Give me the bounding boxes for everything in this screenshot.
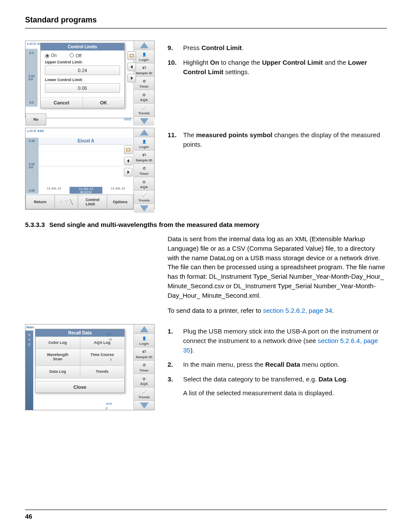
sample-icon: 🏷 — [141, 152, 148, 158]
dialog-title: Control Limits — [41, 43, 124, 50]
trends-button[interactable]: 📈Trends — [134, 191, 154, 204]
trends-button[interactable]: 📈Trends — [134, 104, 154, 117]
block-3: Main X Y Z Recall Data Color Log AQA Log… — [25, 324, 387, 410]
timer-button[interactable]: ⏱Timer — [134, 361, 154, 374]
arrow-right-icon[interactable] — [124, 168, 133, 176]
timer-icon: ⏱ — [141, 165, 148, 171]
chevron-up-icon — [140, 326, 149, 332]
side-down[interactable] — [134, 117, 154, 126]
arrow-right-icon[interactable] — [127, 74, 136, 82]
trends-icon: 📈 — [141, 192, 148, 198]
wavelength-scan-button[interactable]: Wavelength Scan — [35, 349, 80, 366]
trends-button-grid[interactable]: Trends — [80, 365, 125, 378]
close-button[interactable]: Close — [35, 381, 124, 393]
section-number: 5.3.3.3 — [25, 221, 45, 228]
usb-icon[interactable] — [127, 51, 136, 60]
side-up[interactable] — [134, 128, 154, 137]
chevron-down-icon — [140, 403, 149, 409]
text-fragment: nt — [109, 337, 112, 341]
sample-id-button[interactable]: 🏷Sample ID — [134, 347, 154, 361]
step-2: 2.In the main menu, press the Recall Dat… — [168, 360, 387, 369]
side-up[interactable] — [134, 324, 154, 334]
chevron-up-icon — [140, 129, 149, 135]
color-log-button[interactable]: Color Log — [35, 337, 80, 349]
strip-y: Y — [28, 338, 30, 342]
step-3: 3.Select the data category to be transfe… — [168, 375, 387, 398]
mid-icon-strip — [124, 145, 133, 176]
timer-button[interactable]: ⏱Timer — [134, 164, 154, 177]
x-tick-selected: 11-JUL-1209:20:52 — [70, 187, 102, 194]
options-button[interactable]: Options — [107, 195, 133, 209]
cancel-button[interactable]: Cancel — [41, 98, 83, 108]
aqa-button[interactable]: ◎AQA — [134, 177, 154, 191]
x-tick: 11-JUL-12 — [38, 187, 70, 194]
login-button[interactable]: 👤Login — [134, 334, 154, 347]
text-fragment: p — [106, 406, 108, 410]
trends-button[interactable]: 📈Trends — [134, 387, 154, 401]
screenshot-recall-data: Main X Y Z Recall Data Color Log AQA Log… — [25, 324, 155, 410]
login-button[interactable]: 👤Login — [134, 137, 154, 151]
step-1: 1.Plug the USB memory stick into the USB… — [168, 327, 387, 355]
chevron-up-icon — [140, 42, 149, 48]
step-9: 9.Press Control Limit. — [168, 43, 387, 53]
aqa-icon: ◎ — [141, 179, 148, 185]
y-tick: 0.00 — [29, 189, 35, 192]
sample-id-button[interactable]: 🏷Sample ID — [134, 151, 154, 164]
data-log-button[interactable]: Data Log — [35, 365, 80, 378]
chevron-down-icon — [140, 205, 149, 211]
login-icon: 👤 — [141, 139, 148, 145]
x-tick: 11-JUL-12 — [102, 187, 133, 194]
login-button[interactable]: 👤Login — [134, 50, 154, 63]
radio-on[interactable]: On — [45, 53, 57, 58]
text-fragment: y — [110, 357, 112, 361]
upper-limit-input[interactable]: 0.24 — [45, 66, 120, 75]
printer-ref-link[interactable]: section 5.2.6.2, page 34 — [263, 307, 332, 314]
printer-ref-pre: To send data to a printer, refer to — [168, 307, 263, 314]
usb-icon[interactable] — [124, 145, 133, 154]
lower-limit-input[interactable]: 0.06 — [45, 83, 120, 93]
chart-title: Einzel A — [38, 138, 133, 145]
text-fragment: nce — [106, 332, 112, 336]
block-1: LICO 690 0.3 0.00 Ext 0.0 Control Limits… — [25, 41, 387, 118]
aqa-log-button[interactable]: AQA Log — [80, 337, 125, 349]
step-10: 10.Highlight On to change the Upper Cont… — [168, 58, 387, 77]
aqa-icon: ◎ — [141, 91, 148, 98]
arrow-left-icon[interactable] — [124, 157, 133, 165]
section-intro: Data is sent from the internal data log … — [25, 234, 387, 315]
text-fragment: ions — [124, 117, 131, 126]
y-tick: 0.30 — [29, 139, 35, 142]
control-limit-button[interactable]: Control Limit — [78, 195, 107, 209]
y-tick: 0.00 Ext — [29, 75, 35, 81]
lower-limit-label: Lower Control Limit: — [45, 78, 120, 82]
control-limits-dialog: Control Limits On Off Upper Control Limi… — [40, 43, 125, 108]
header-rule — [25, 28, 387, 28]
upper-limit-label: Upper Control Limit: — [45, 60, 120, 64]
return-button-partial[interactable]: Re — [25, 113, 46, 126]
aqa-button[interactable]: ◎AQA — [134, 90, 154, 104]
side-up[interactable] — [134, 41, 154, 50]
ok-button[interactable]: OK — [83, 98, 125, 108]
x-axis-labels: 11-JUL-12 11-JUL-1209:20:52 11-JUL-12 — [38, 187, 133, 194]
y-tick: 0.00 Ext — [29, 163, 35, 169]
screenshot-3-wrap: Main X Y Z Recall Data Color Log AQA Log… — [25, 324, 155, 410]
block-3-text: 1.Plug the USB memory stick into the USB… — [168, 324, 387, 403]
page: Standard programs LICO 690 0.3 0.00 Ext … — [0, 0, 412, 532]
radio-off[interactable]: Off — [70, 53, 81, 58]
printer-ref-post: . — [332, 307, 334, 314]
time-course-button[interactable]: Time Course — [80, 349, 125, 366]
aqa-button[interactable]: ◎AQA — [134, 374, 154, 387]
points-symbol-button[interactable]: ∴ ∵ ╲ — [54, 195, 78, 209]
return-button[interactable]: Return — [25, 195, 54, 209]
aqa-icon: ◎ — [141, 375, 148, 381]
sample-id-button[interactable]: 🏷Sample ID — [134, 63, 154, 77]
timer-button[interactable]: ⏱Timer — [134, 77, 154, 90]
side-down[interactable] — [134, 401, 154, 410]
text-fragment: ient — [106, 402, 112, 406]
main-label: Main — [26, 325, 34, 329]
sample-icon: 🏷 — [141, 349, 148, 355]
side-toolbar: 👤Login 🏷Sample ID ⏱Timer ◎AQA 📈Trends — [133, 41, 154, 126]
y-tick: 0.0 — [29, 101, 34, 104]
arrow-left-icon[interactable] — [127, 63, 136, 71]
side-down[interactable] — [134, 204, 154, 213]
strip-z: Z — [29, 343, 31, 346]
